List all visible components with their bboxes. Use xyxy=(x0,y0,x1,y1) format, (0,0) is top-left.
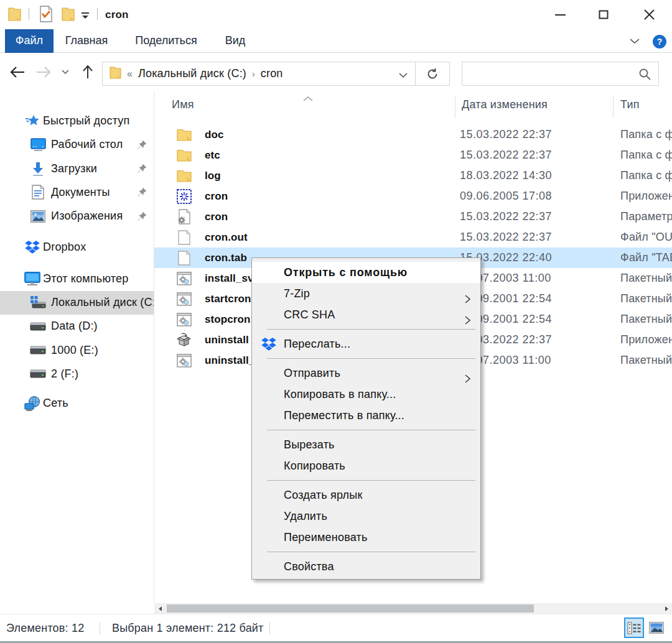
column-header-type[interactable]: Тип xyxy=(620,98,640,111)
desktop-icon xyxy=(29,138,47,151)
sidebar-item-локальный-диск-с-[interactable]: Локальный диск (С:) xyxy=(0,291,154,315)
menu-item-crc-sha[interactable]: CRC SHA xyxy=(252,304,480,325)
title-bar: cron xyxy=(0,0,672,29)
network-icon xyxy=(24,396,41,411)
search-box[interactable] xyxy=(462,62,659,86)
sidebar-item-1000-e-[interactable]: 1000 (E:) xyxy=(0,338,154,362)
close-button[interactable] xyxy=(635,0,664,29)
menu-item-label: Удалить xyxy=(284,510,327,522)
sidebar-item-быстрый-доступ[interactable]: Быстрый доступ xyxy=(0,109,154,132)
menu-item-копировать[interactable]: Копировать xyxy=(252,455,480,476)
sidebar-item-документы[interactable]: Документы xyxy=(0,180,154,204)
menu-item-вырезать[interactable]: Вырезать xyxy=(252,434,480,455)
status-separator xyxy=(269,622,270,634)
sidebar-item-рабочий-стол[interactable]: Рабочий стол xyxy=(0,133,154,157)
scroll-right-icon[interactable] xyxy=(661,603,672,614)
dropbox-icon xyxy=(24,241,41,254)
menu-item-отправить[interactable]: Отправить xyxy=(252,363,480,384)
address-dropdown-icon[interactable] xyxy=(399,70,408,81)
recent-locations-icon[interactable] xyxy=(57,62,73,83)
menu-item-открыть-с-помощью[interactable]: Открыть с помощью xyxy=(252,262,480,283)
qat-properties-icon[interactable] xyxy=(40,6,52,25)
uninstall-app-icon xyxy=(176,332,192,348)
file-type: Пакетный файл Windows xyxy=(620,268,672,289)
tab-home[interactable]: Главная xyxy=(65,29,108,53)
column-header-date[interactable]: Дата изменения xyxy=(462,98,548,111)
sidebar-item-label: Локальный диск (С:) xyxy=(51,296,154,309)
file-row-cron[interactable]: cron09.06.2005 17:08Приложение xyxy=(154,186,672,206)
address-chevron-icon[interactable]: › xyxy=(252,69,255,79)
sidebar-item-2-f-[interactable]: 2 (F:) xyxy=(0,362,154,386)
batch-file-icon xyxy=(176,271,192,286)
menu-separator xyxy=(267,480,475,481)
menu-separator xyxy=(267,552,475,552)
search-icon[interactable] xyxy=(638,68,651,83)
thumbnails-view-button[interactable] xyxy=(648,618,665,638)
cron-app-icon xyxy=(176,188,192,204)
sidebar-item-загрузки[interactable]: Загрузки xyxy=(0,157,154,180)
column-header-name[interactable]: Имя xyxy=(172,98,194,111)
menu-item-переслать-[interactable]: Переслать... xyxy=(252,333,480,354)
qat-separator xyxy=(97,8,98,20)
selection-label: Выбран 1 элемент: 212 байт xyxy=(112,614,264,642)
pictures-icon xyxy=(29,210,47,223)
menu-item-переименовать[interactable]: Переименовать xyxy=(252,527,480,548)
file-row-doc[interactable]: doc15.03.2022 22:37Папка с файлами xyxy=(154,124,672,145)
menu-item-label: Открыть с помощью xyxy=(284,266,408,279)
address-segment-disk[interactable]: Локальный диск (C:) xyxy=(138,67,246,80)
sidebar-item-data-d-[interactable]: Data (D:) xyxy=(0,315,154,338)
menu-item-label: Переместить в папку... xyxy=(284,409,404,422)
file-row-etc[interactable]: etc15.03.2022 22:37Папка с файлами xyxy=(154,145,672,165)
window-folder-icon xyxy=(8,6,21,25)
file-type: Пакетный файл Windows xyxy=(620,289,672,309)
sort-ascending-icon[interactable] xyxy=(303,93,313,104)
minimize-button[interactable] xyxy=(546,0,575,29)
column-divider[interactable] xyxy=(613,96,614,118)
menu-item-создать-ярлык[interactable]: Создать ярлык xyxy=(252,484,480,506)
qat-new-folder-icon[interactable] xyxy=(62,6,75,25)
details-view-button[interactable] xyxy=(624,618,644,638)
sidebar-item-изображения[interactable]: Изображения xyxy=(0,205,154,228)
address-segment-current[interactable]: cron xyxy=(261,67,283,80)
tab-file[interactable]: Файл xyxy=(5,29,54,53)
menu-item-label: Свойства xyxy=(284,560,334,573)
column-divider[interactable] xyxy=(455,96,455,118)
tab-share[interactable]: Поделиться xyxy=(135,29,197,53)
up-button[interactable] xyxy=(77,62,98,83)
refresh-button[interactable] xyxy=(415,62,450,86)
address-bar[interactable]: « Локальный диск (C:) › cron xyxy=(102,62,416,86)
back-button[interactable] xyxy=(7,62,28,83)
ribbon-expand-icon[interactable] xyxy=(630,29,640,53)
ribbon-tab-bar: Файл Главная Поделиться Вид ? xyxy=(0,29,672,53)
qat-customize-icon[interactable] xyxy=(81,11,90,22)
file-row-cron[interactable]: cron15.03.2022 22:37Параметры конфигурац… xyxy=(154,206,672,227)
sidebar-item-label: Загрузки xyxy=(51,162,97,175)
explorer-window: cron Файл Главная Поделиться Вид ? « Лок… xyxy=(0,0,672,643)
maximize-button[interactable] xyxy=(589,0,618,29)
menu-item-копировать-в-папку-[interactable]: Копировать в папку... xyxy=(252,384,480,405)
tab-view[interactable]: Вид xyxy=(225,29,246,53)
file-row-log[interactable]: log18.03.2022 14:30Папка с файлами xyxy=(154,165,672,186)
drive-icon xyxy=(29,345,47,355)
system-disk-icon xyxy=(29,296,47,310)
sidebar-item-этот-компьютер[interactable]: Этот компьютер xyxy=(0,267,154,290)
search-input[interactable] xyxy=(467,63,635,85)
documents-icon xyxy=(29,185,47,200)
forward-button[interactable] xyxy=(33,62,54,83)
file-row-cron.out[interactable]: cron.out15.03.2022 22:37Файл "OUT" xyxy=(154,227,672,247)
sidebar-item-dropbox[interactable]: Dropbox xyxy=(0,236,154,259)
scroll-left-icon[interactable] xyxy=(154,603,165,614)
horizontal-scrollbar[interactable] xyxy=(154,603,672,614)
menu-separator xyxy=(267,430,475,430)
sidebar-item-сеть[interactable]: Сеть xyxy=(0,392,154,415)
sidebar-item-label: Data (D:) xyxy=(51,320,98,333)
scrollbar-thumb[interactable] xyxy=(167,604,534,613)
file-name: etc xyxy=(205,145,220,165)
sidebar-item-label: Быстрый доступ xyxy=(43,114,130,127)
menu-item-удалить[interactable]: Удалить xyxy=(252,506,480,527)
menu-item-свойства[interactable]: Свойства xyxy=(252,556,480,577)
address-overflow-mark[interactable]: « xyxy=(127,68,133,80)
menu-item-7-zip[interactable]: 7-Zip xyxy=(252,283,480,304)
menu-item-переместить-в-папку-[interactable]: Переместить в папку... xyxy=(252,405,480,426)
help-button[interactable]: ? xyxy=(653,35,666,49)
